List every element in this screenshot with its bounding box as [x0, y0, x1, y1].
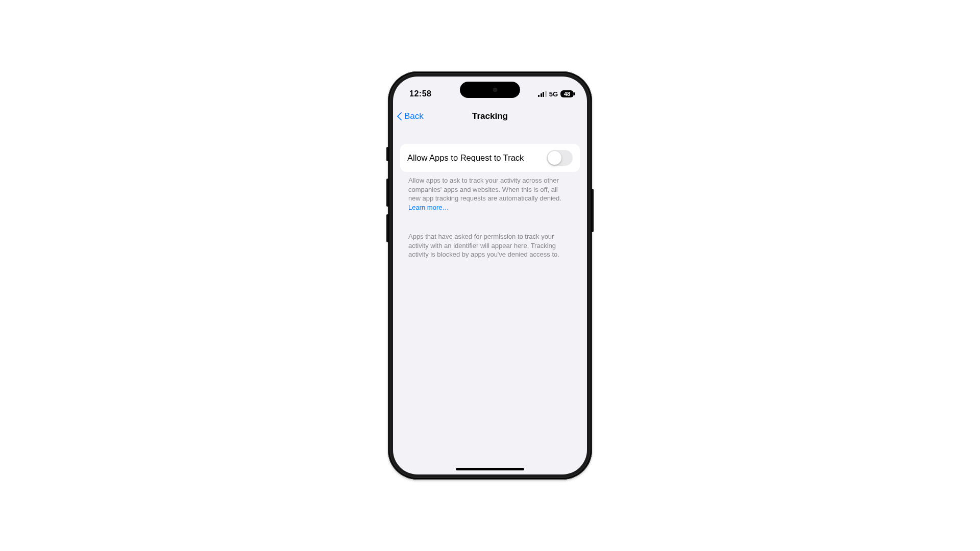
content-area: Allow Apps to Request to Track Allow app…	[393, 136, 587, 474]
home-indicator[interactable]	[456, 468, 524, 470]
cellular-network-label: 5G	[549, 90, 558, 98]
allow-tracking-footnote: Allow apps to ask to track your activity…	[400, 172, 580, 212]
allow-tracking-footnote-text: Allow apps to ask to track your activity…	[408, 177, 561, 202]
back-button[interactable]: Back	[396, 111, 424, 122]
iphone-device-frame: 12:58 5G 48 Back Tracking Allow Apps to …	[388, 71, 592, 480]
status-right-cluster: 5G 48	[538, 90, 574, 98]
allow-tracking-toggle[interactable]	[547, 150, 573, 166]
page-title: Tracking	[472, 111, 508, 121]
cellular-signal-icon	[538, 91, 547, 97]
screen: 12:58 5G 48 Back Tracking Allow Apps to …	[393, 77, 587, 474]
side-button-power	[592, 189, 594, 232]
side-button-silence	[386, 147, 388, 161]
back-label: Back	[404, 111, 424, 121]
side-button-volume-up	[386, 179, 388, 207]
status-time: 12:58	[409, 89, 431, 98]
dynamic-island	[460, 82, 520, 98]
learn-more-link[interactable]: Learn more…	[408, 204, 449, 211]
navbar: Back Tracking	[393, 105, 587, 128]
front-camera-icon	[493, 88, 497, 92]
allow-tracking-row: Allow Apps to Request to Track	[400, 144, 580, 172]
toggle-knob	[548, 151, 561, 165]
battery-level-badge: 48	[560, 90, 574, 97]
tracked-apps-footnote: Apps that have asked for permission to t…	[400, 228, 580, 259]
side-button-volume-down	[386, 214, 388, 242]
chevron-left-icon	[396, 111, 403, 122]
allow-tracking-label: Allow Apps to Request to Track	[407, 153, 524, 163]
